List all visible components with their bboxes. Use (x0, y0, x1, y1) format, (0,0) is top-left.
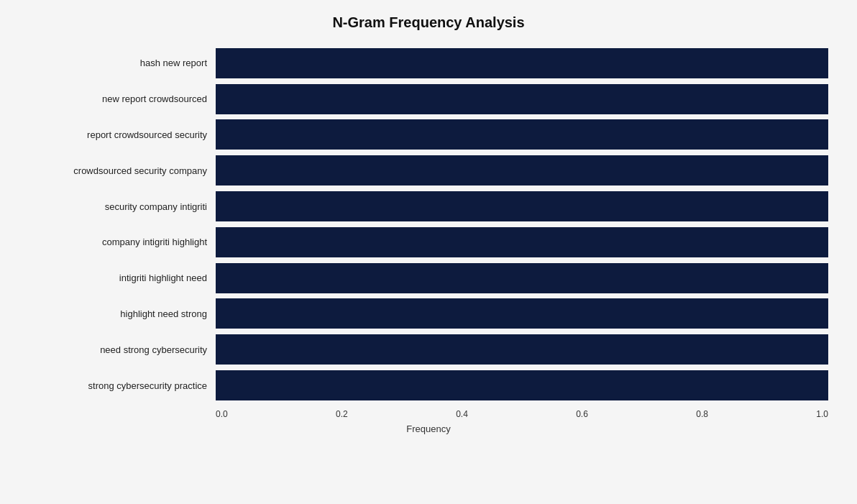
x-axis-ticks: 0.00.20.40.60.81.0 (216, 409, 828, 419)
bar-label: crowdsourced security company (29, 165, 216, 176)
bar-track (216, 227, 828, 257)
bars-section: hash new reportnew report crowdsourcedre… (29, 45, 828, 403)
bar-track (216, 119, 828, 150)
bar-fill (216, 227, 828, 257)
bar-fill (216, 191, 828, 221)
x-axis-label: Frequency (29, 423, 828, 434)
bar-track (216, 298, 828, 329)
bar-label: strong cybersecurity practice (29, 380, 216, 391)
bar-track (216, 155, 828, 185)
bar-track (216, 334, 828, 365)
bar-label: hash new report (29, 58, 216, 68)
bar-label: new report crowdsourced (29, 93, 216, 104)
x-tick: 0.0 (216, 409, 228, 419)
bar-row: hash new report (29, 45, 828, 81)
bar-label: security company intigriti (29, 201, 216, 212)
bar-track (216, 263, 828, 293)
bar-row: security company intigriti (29, 188, 828, 224)
bar-fill (216, 370, 828, 400)
bar-label: intigriti highlight need (29, 272, 216, 283)
bar-row: new report crowdsourced (29, 81, 828, 117)
bar-fill (216, 48, 828, 78)
bar-track (216, 370, 828, 400)
bar-row: intigriti highlight need (29, 260, 828, 296)
bar-track (216, 48, 828, 78)
bar-row: crowdsourced security company (29, 152, 828, 188)
bar-track (216, 84, 828, 114)
x-tick: 0.8 (696, 409, 708, 419)
bar-fill (216, 155, 828, 185)
bar-track (216, 191, 828, 221)
x-tick: 0.2 (336, 409, 348, 419)
bar-label: highlight need strong (29, 308, 216, 319)
bar-fill (216, 298, 828, 329)
bar-fill (216, 263, 828, 293)
bar-row: need strong cybersecurity (29, 331, 828, 367)
bar-label: need strong cybersecurity (29, 344, 216, 355)
chart-area: hash new reportnew report crowdsourcedre… (29, 45, 828, 434)
bar-row: report crowdsourced security (29, 117, 828, 153)
bar-fill (216, 119, 828, 150)
bar-fill (216, 334, 828, 365)
bar-row: company intigriti highlight (29, 224, 828, 260)
bar-label: report crowdsourced security (29, 129, 216, 140)
x-axis: 0.00.20.40.60.81.0 (29, 409, 828, 419)
bar-label: company intigriti highlight (29, 237, 216, 247)
bar-fill (216, 84, 828, 114)
chart-container: N-Gram Frequency Analysis hash new repor… (0, 0, 857, 504)
bar-row: highlight need strong (29, 296, 828, 332)
chart-title: N-Gram Frequency Analysis (29, 14, 828, 31)
bar-row: strong cybersecurity practice (29, 367, 828, 403)
x-tick: 1.0 (816, 409, 828, 419)
x-tick: 0.6 (576, 409, 588, 419)
x-tick: 0.4 (456, 409, 468, 419)
